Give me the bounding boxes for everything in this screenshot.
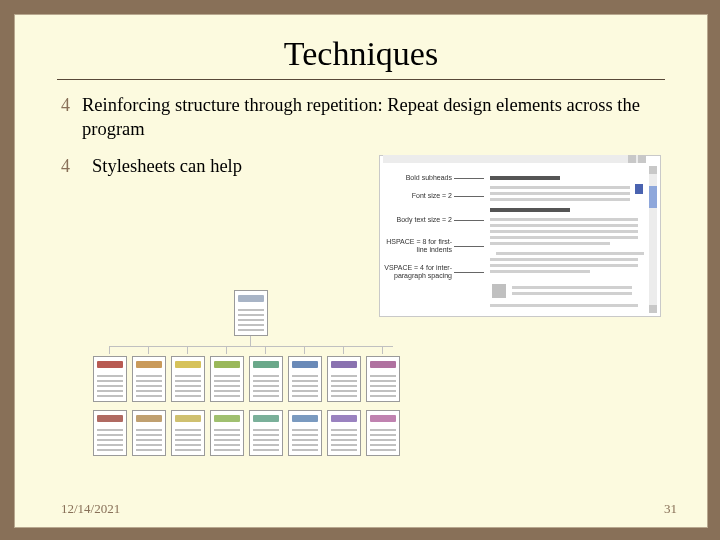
page-tile <box>234 290 268 336</box>
annotation-line <box>454 178 484 179</box>
page-colorbar <box>292 415 318 422</box>
doc-line <box>490 192 630 195</box>
doc-line <box>490 270 590 273</box>
page-colorbar <box>97 415 123 422</box>
doc-line <box>490 230 638 233</box>
connector <box>109 346 393 347</box>
connector <box>187 346 188 354</box>
doc-line <box>496 252 644 255</box>
page-tile <box>210 356 244 402</box>
connector <box>304 346 305 354</box>
slide-content: 4 Reinforcing structure through repetiti… <box>15 80 707 317</box>
connector <box>148 346 149 354</box>
slide-title: Techniques <box>15 35 707 73</box>
page-lines <box>136 372 162 397</box>
annotation-vspace: VSPACE = 4 for inter-paragraph spacing <box>384 264 452 279</box>
page-tile <box>327 356 361 402</box>
page-colorbar <box>253 415 279 422</box>
page-tile <box>132 356 166 402</box>
doc-line <box>490 258 638 261</box>
page-lines <box>292 372 318 397</box>
page-colorbar <box>238 295 264 302</box>
scroll-arrow-up-icon <box>649 166 657 174</box>
annotation-hspace: HSPACE = 8 for first-line indents <box>384 238 452 253</box>
page-lines <box>175 372 201 397</box>
doc-marker <box>635 184 643 194</box>
page-lines <box>253 372 279 397</box>
slide-footer: 12/14/2021 31 <box>61 501 677 517</box>
page-tile <box>171 410 205 456</box>
page-lines <box>331 426 357 451</box>
page-lines <box>331 372 357 397</box>
scrollbar-vertical <box>649 166 657 313</box>
footer-date: 12/14/2021 <box>61 501 120 517</box>
doc-line-heading <box>490 176 560 180</box>
connector <box>226 346 227 354</box>
doc-line <box>490 236 638 239</box>
page-tile <box>366 410 400 456</box>
doc-line <box>512 292 632 295</box>
page-lines <box>370 426 396 451</box>
page-tile <box>327 410 361 456</box>
connector <box>382 346 383 354</box>
connector <box>265 346 266 354</box>
page-colorbar <box>97 361 123 368</box>
page-tile <box>93 356 127 402</box>
scrollbar-horizontal <box>383 155 646 163</box>
page-colorbar <box>292 361 318 368</box>
page-colorbar <box>136 415 162 422</box>
annotation-font-size: Font size = 2 <box>384 192 452 201</box>
page-lines <box>136 426 162 451</box>
page-tile <box>171 356 205 402</box>
page-lines <box>370 372 396 397</box>
page-tile <box>249 410 283 456</box>
bullet-1: 4 Reinforcing structure through repetiti… <box>61 94 661 141</box>
page-lines <box>97 426 123 451</box>
slide: Techniques 4 Reinforcing structure throu… <box>14 14 708 528</box>
page-colorbar <box>331 361 357 368</box>
doc-line-heading <box>490 208 570 212</box>
page-lines <box>214 372 240 397</box>
page-colorbar <box>136 361 162 368</box>
page-colorbar <box>175 415 201 422</box>
page-lines <box>175 426 201 451</box>
bullet-marker: 4 <box>61 94 70 141</box>
annotation-line <box>454 246 484 247</box>
doc-line <box>490 304 638 307</box>
doc-line <box>490 264 638 267</box>
page-colorbar <box>370 361 396 368</box>
doc-line <box>490 224 638 227</box>
annotation-line <box>454 272 484 273</box>
page-colorbar <box>253 361 279 368</box>
scroll-arrow-right-icon <box>638 155 646 163</box>
bullet-text: Stylesheets can help <box>92 155 357 179</box>
scroll-arrow-left-icon <box>628 155 636 163</box>
doc-line <box>490 218 638 221</box>
page-tile <box>366 356 400 402</box>
page-lines <box>97 372 123 397</box>
doc-line <box>490 186 630 189</box>
footer-page: 31 <box>664 501 677 517</box>
doc-line <box>490 242 610 245</box>
page-colorbar <box>175 361 201 368</box>
connector <box>109 346 110 354</box>
page-lines <box>214 426 240 451</box>
page-tile <box>288 356 322 402</box>
page-tile <box>210 410 244 456</box>
scroll-thumb <box>649 186 657 208</box>
annotation-bold-subheads: Bold subheads <box>384 174 452 183</box>
page-lines <box>253 426 279 451</box>
annotation-body-text: Body text size = 2 <box>384 216 452 225</box>
diagram-page-hierarchy <box>95 290 405 465</box>
doc-line <box>490 198 630 201</box>
connector <box>250 336 251 346</box>
connector <box>343 346 344 354</box>
annotation-line <box>454 220 484 221</box>
page-colorbar <box>331 415 357 422</box>
page-colorbar <box>214 415 240 422</box>
page-lines <box>292 426 318 451</box>
page-lines <box>238 306 264 331</box>
bullet-text: Reinforcing structure through repetition… <box>82 94 661 141</box>
annotation-line <box>454 196 484 197</box>
bullet-marker: 4 <box>61 155 70 178</box>
